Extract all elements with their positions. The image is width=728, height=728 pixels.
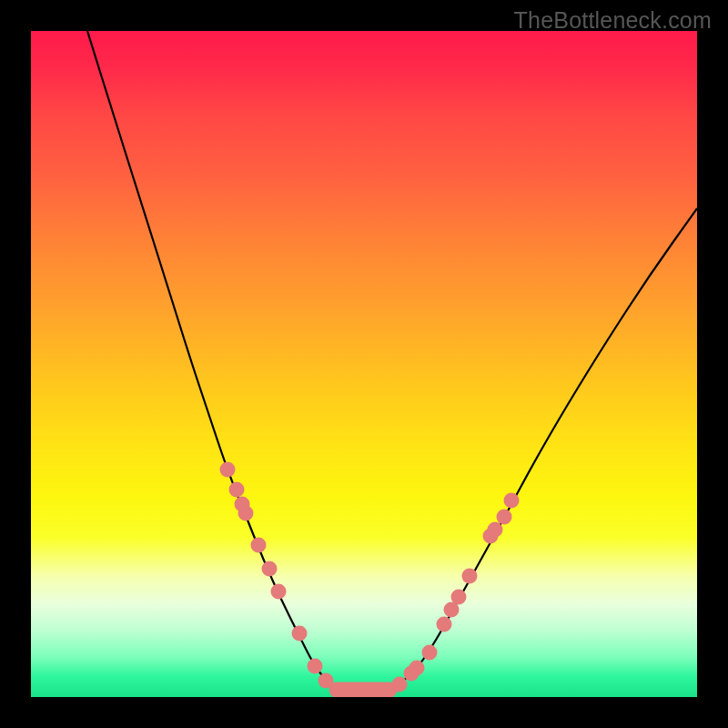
data-point [262,561,278,577]
data-point [488,522,503,538]
data-point [497,510,512,525]
data-point [251,538,267,553]
data-point [462,569,478,584]
data-point [504,493,520,509]
data-point [292,626,308,642]
right-data-points [392,493,520,693]
data-point [451,590,467,605]
data-point [422,645,438,661]
data-point [271,584,287,600]
watermark-text: TheBottleneck.com [514,7,712,34]
chart-frame: TheBottleneck.com [0,0,728,728]
left-data-points [220,462,334,689]
data-point [318,673,334,689]
data-point [437,617,452,632]
data-point [308,659,323,674]
bottleneck-curve [87,31,697,692]
data-point [229,482,245,498]
data-point [410,661,425,676]
data-point [392,677,408,693]
curve-layer [31,31,697,697]
data-point [238,506,254,521]
plot-area [31,31,697,697]
data-point [220,462,236,478]
